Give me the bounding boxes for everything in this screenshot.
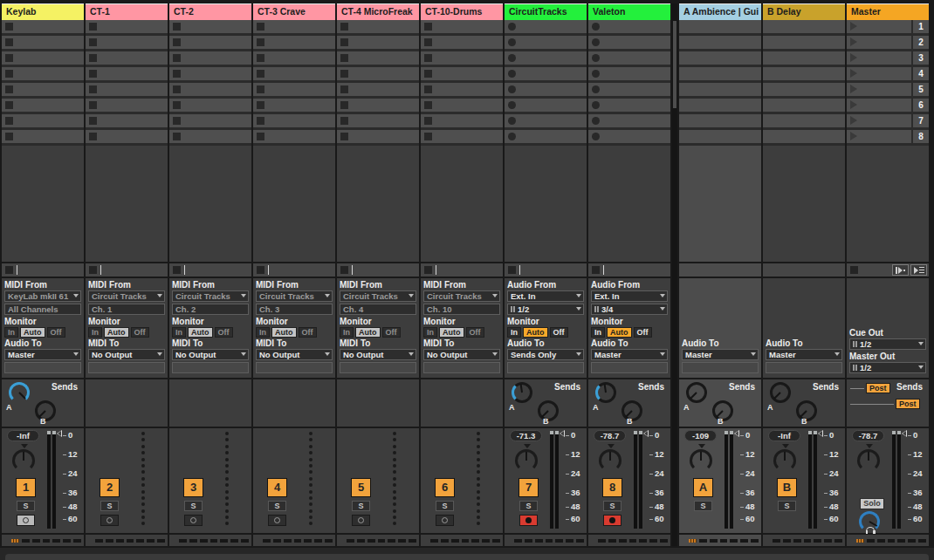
input-device-select[interactable]: Circuit Tracks: [340, 290, 416, 302]
send-a-knob[interactable]: [512, 382, 532, 403]
arm-button[interactable]: [17, 515, 35, 526]
input-device-select[interactable]: Circuit Tracks: [172, 290, 249, 302]
scene-number[interactable]: 2: [913, 36, 929, 49]
clip-slot[interactable]: [588, 114, 670, 127]
post-b-button[interactable]: Post: [896, 399, 920, 409]
arm-button[interactable]: [184, 515, 203, 526]
clip-slot[interactable]: [2, 130, 84, 143]
stop-all-clips-row[interactable]: [847, 263, 929, 277]
back-to-arrangement-icon[interactable]: [910, 264, 927, 276]
volume-value[interactable]: -Inf: [768, 430, 800, 441]
crossfade-row[interactable]: [2, 535, 84, 546]
solo-button[interactable]: S: [17, 501, 35, 511]
scene-number[interactable]: 3: [913, 51, 929, 65]
scene-slot[interactable]: [847, 99, 911, 112]
monitor-off-button[interactable]: Off: [215, 327, 233, 338]
output-device-select[interactable]: Master: [766, 349, 842, 360]
scene-number[interactable]: 1: [913, 20, 929, 33]
clip-slot[interactable]: [169, 99, 251, 112]
output-channel-box[interactable]: [682, 362, 759, 373]
solo-button[interactable]: S: [694, 501, 712, 511]
post-a-button[interactable]: Post: [866, 383, 890, 393]
clip-slot[interactable]: [86, 20, 168, 33]
track-activator-button[interactable]: 4: [267, 478, 287, 497]
fader-handle[interactable]: [560, 430, 565, 437]
monitor-off-button[interactable]: Off: [550, 327, 568, 338]
output-channel-box[interactable]: [507, 362, 584, 373]
clip-slot[interactable]: [505, 67, 587, 80]
input-channel-select[interactable]: Ch. 3: [256, 304, 333, 315]
stop-clips-row[interactable]: [421, 263, 503, 277]
solo-button[interactable]: S: [100, 501, 119, 511]
volume-value[interactable]: -78.7: [852, 430, 884, 441]
arm-button[interactable]: [519, 515, 538, 526]
pan-knob[interactable]: [599, 449, 622, 472]
crossfade-row[interactable]: [679, 535, 761, 546]
track-activator-button[interactable]: 7: [519, 478, 539, 497]
pan-knob[interactable]: [690, 449, 712, 472]
pan-knob[interactable]: [857, 449, 880, 472]
track-title[interactable]: Valeton: [588, 3, 670, 20]
input-device-select[interactable]: Circuit Tracks: [88, 290, 165, 302]
monitor-auto-button[interactable]: Auto: [188, 327, 213, 338]
stop-clips-row[interactable]: [588, 263, 670, 277]
arm-button[interactable]: [100, 515, 119, 526]
scene-slot[interactable]: [847, 83, 911, 96]
track-title[interactable]: CT-10-Drums: [421, 3, 503, 20]
solo-button[interactable]: S: [778, 501, 796, 511]
track-activator-button[interactable]: 8: [602, 478, 622, 497]
scene-slot[interactable]: [847, 36, 911, 49]
send-a-knob[interactable]: [9, 382, 30, 403]
monitor-off-button[interactable]: Off: [466, 327, 484, 338]
crossfade-row[interactable]: [337, 535, 419, 546]
clip-slot[interactable]: [86, 67, 168, 80]
input-channel-select[interactable]: 3/4: [591, 304, 668, 315]
send-a-knob[interactable]: [595, 382, 616, 403]
monitor-auto-button[interactable]: Auto: [523, 327, 548, 338]
arm-button[interactable]: [603, 515, 622, 526]
output-channel-box[interactable]: [340, 362, 416, 373]
solo-button[interactable]: S: [268, 501, 286, 511]
clip-slot[interactable]: [421, 114, 503, 127]
clip-slot[interactable]: [505, 99, 587, 112]
track-activator-button[interactable]: 1: [16, 478, 36, 497]
stop-clips-row[interactable]: [169, 263, 251, 277]
return-title[interactable]: B Delay: [763, 3, 845, 20]
crossfade-row[interactable]: [763, 535, 845, 546]
master-solo-button[interactable]: Solo: [860, 498, 884, 509]
scene-number[interactable]: 6: [913, 99, 929, 112]
clip-slot[interactable]: [253, 83, 335, 96]
clip-slot[interactable]: [337, 51, 419, 65]
track-title[interactable]: Keylab: [2, 3, 84, 20]
monitor-off-button[interactable]: Off: [634, 327, 652, 338]
scene-number[interactable]: 7: [913, 114, 929, 127]
track-activator-button[interactable]: 6: [435, 478, 455, 497]
clip-slot[interactable]: [588, 130, 670, 143]
output-channel-box[interactable]: [172, 362, 249, 373]
clip-slot[interactable]: [588, 36, 670, 49]
crossfade-row[interactable]: [588, 535, 670, 546]
output-device-select[interactable]: No Output: [340, 349, 416, 360]
clip-slot[interactable]: [2, 51, 84, 65]
clip-slot[interactable]: [588, 20, 670, 33]
clip-slot[interactable]: [253, 130, 335, 143]
cue-out-select[interactable]: 1/2: [849, 338, 926, 350]
clip-slot[interactable]: [86, 130, 168, 143]
clip-slot[interactable]: [253, 99, 335, 112]
clip-slot[interactable]: [421, 130, 503, 143]
clip-slot[interactable]: [169, 67, 251, 80]
clip-slot[interactable]: [169, 83, 251, 96]
monitor-auto-button[interactable]: Auto: [271, 327, 297, 338]
return-activator-button[interactable]: B: [777, 478, 797, 497]
clip-slot[interactable]: [253, 67, 335, 80]
crossfade-row[interactable]: [86, 535, 168, 546]
output-device-select[interactable]: No Output: [423, 349, 500, 360]
scene-slot[interactable]: [847, 67, 911, 80]
crossfader-view-icon[interactable]: [892, 264, 909, 276]
clip-slot[interactable]: [86, 36, 168, 49]
send-a-knob[interactable]: [686, 382, 707, 403]
crossfade-row[interactable]: [505, 535, 587, 546]
output-device-select[interactable]: No Output: [256, 349, 333, 360]
output-channel-box[interactable]: [88, 362, 165, 373]
clip-slot[interactable]: [169, 20, 251, 33]
